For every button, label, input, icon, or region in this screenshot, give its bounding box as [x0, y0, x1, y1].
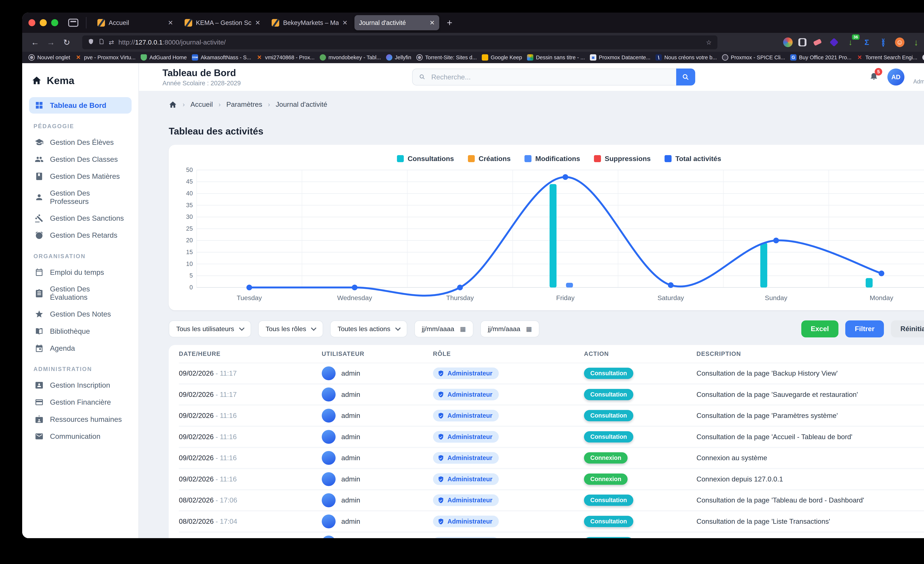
account-globe-icon[interactable]	[783, 37, 793, 47]
downloads-icon[interactable]: ↓36	[845, 37, 856, 48]
close-window-button[interactable]	[28, 19, 36, 26]
bookmark-item[interactable]: Dessin sans titre - ...	[527, 54, 585, 61]
table-row[interactable]: 08/02/2026 - 17:04adminAdministrateurCon…	[179, 512, 924, 533]
sidebar-item-communication[interactable]: Communication	[29, 428, 131, 444]
breadcrumb-item[interactable]: Accueil	[190, 100, 213, 108]
url-bar[interactable]: ⇄ http://127.0.0.1:8000/journal-activite…	[82, 36, 717, 49]
sidebar-item-biblioth-que[interactable]: Bibliothèque	[29, 323, 131, 340]
date-to-input[interactable]: jj/mm/aaaa▦	[480, 320, 539, 337]
role-badge: Administrateur	[433, 473, 499, 485]
arrow-down-icon[interactable]: ↓	[911, 37, 921, 48]
table-row[interactable]: 09/02/2026 - 11:16adminAdministrateurCon…	[179, 448, 924, 469]
notifications-badge: 5	[874, 68, 882, 76]
browser-tab[interactable]: BekeyMarkets – Marketplace E-✕	[267, 15, 352, 30]
new-tab-button[interactable]: +	[443, 17, 456, 28]
maximize-window-button[interactable]	[51, 19, 58, 26]
close-tab-icon[interactable]: ✕	[168, 19, 173, 26]
table-row[interactable]: 09/02/2026 - 11:17adminAdministrateurCon…	[179, 384, 924, 406]
chevrons-icon[interactable]: ∨∨∨	[878, 37, 888, 48]
bookmark-item[interactable]: Jellyfin	[386, 54, 411, 61]
sidebar-item-tableau-de-bord[interactable]: Tableau de Bord	[29, 97, 131, 114]
close-tab-icon[interactable]: ✕	[429, 19, 435, 26]
legend-item[interactable]: Modifications	[525, 155, 580, 163]
sidebar-item-gestion-des-sanctions[interactable]: Gestion Des Sanctions	[29, 210, 131, 226]
bookmark-item[interactable]: ⊕Nouvel onglet	[28, 54, 70, 61]
sidebar-item-gestion-des-classes[interactable]: Gestion Des Classes	[29, 151, 131, 168]
sidebar-item-gestion-financi-re[interactable]: Gestion Financière	[29, 394, 131, 410]
browser-tab[interactable]: KEMA – Gestion Scolaire Compl✕	[180, 15, 265, 30]
bookmark-item[interactable]: Proxmox - SPICE Cli...	[722, 54, 785, 61]
github-icon: ●	[922, 54, 924, 61]
search-button[interactable]	[676, 69, 695, 85]
like-icon[interactable]	[798, 38, 807, 46]
minimize-window-button[interactable]	[40, 19, 47, 26]
forward-icon[interactable]: →	[45, 38, 56, 47]
bookmark-star-icon[interactable]: ☆	[706, 39, 712, 46]
bookmark-item[interactable]: ⊕Torrent-Site: Sites d...	[416, 54, 477, 61]
sidebar-item-gestion-des-valuations[interactable]: Gestion Des Évaluations	[29, 281, 131, 305]
table-row[interactable]: 08/02/2026 - 17:06adminAdministrateurCon…	[179, 490, 924, 512]
sidebar-item-gestion-des-mati-res[interactable]: Gestion Des Matières	[29, 168, 131, 184]
table-row[interactable]: 08/02/2026 - 17:03adminAdministrateurCon…	[179, 533, 924, 538]
app-logo[interactable]: Kema	[29, 71, 131, 96]
firefox-view-icon[interactable]	[68, 19, 78, 27]
users-filter-select[interactable]: Tous les utilisateurs	[169, 320, 251, 337]
shield-icon[interactable]	[88, 38, 94, 46]
cell-datetime: 09/02/2026 - 11:16	[179, 433, 322, 441]
sidebar-item-agenda[interactable]: Agenda	[29, 340, 131, 356]
eraser-icon[interactable]	[812, 37, 823, 48]
diamond-icon[interactable]	[829, 37, 839, 48]
user-meta[interactable]: admin Administrateur	[913, 69, 924, 85]
legend-item[interactable]: Suppressions	[594, 155, 651, 163]
bookmark-item[interactable]: ✕vmi2740868 - Prox...	[256, 54, 315, 61]
table-row[interactable]: 09/02/2026 - 11:16adminAdministrateurCon…	[179, 405, 924, 427]
home-icon[interactable]	[169, 100, 177, 109]
close-tab-icon[interactable]: ✕	[255, 19, 260, 26]
bookmark-item[interactable]: ✕pve - Proxmox Virtu...	[75, 54, 136, 61]
permissions-icon[interactable]: ⇄	[109, 39, 114, 46]
bookmark-item[interactable]: ●kalvincalimag/djang...	[922, 54, 924, 61]
bookmark-item[interactable]: ✕Torrent Search Engi...	[856, 54, 917, 61]
actions-filter-select[interactable]: Toutes les actions	[330, 320, 407, 337]
roles-filter-select[interactable]: Tous les rôles	[258, 320, 323, 337]
filter-button[interactable]: Filtrer	[845, 320, 884, 337]
sidebar-item-gestion-inscription[interactable]: Gestion Inscription	[29, 377, 131, 393]
legend-swatch	[468, 155, 475, 162]
sidebar-item-gestion-des-retards[interactable]: Gestion Des Retards	[29, 227, 131, 244]
bookmark-item[interactable]: mvondobekey - Tabl...	[320, 54, 381, 61]
sidebar-item-gestion-des-notes[interactable]: Gestion Des Notes	[29, 306, 131, 322]
cell-role: Administrateur	[433, 389, 584, 400]
sidebar-item-gestion-des-l-ves[interactable]: Gestion Des Élèves	[29, 134, 131, 151]
bookmark-item[interactable]: GBuy Office 2021 Pro...	[790, 54, 852, 61]
bookmark-item[interactable]: AdGuard Home	[141, 54, 187, 61]
sigma-icon[interactable]: Σ	[861, 37, 872, 48]
breadcrumb-item[interactable]: Paramètres	[226, 100, 262, 108]
sidebar-item-emploi-du-temps[interactable]: Emploi du temps	[29, 264, 131, 281]
bookmark-item[interactable]: DSMAkamasoftNass - S...	[192, 54, 251, 61]
date-from-input[interactable]: jj/mm/aaaa▦	[414, 320, 474, 337]
legend-item[interactable]: Créations	[468, 155, 511, 163]
search-input[interactable]	[430, 72, 670, 82]
breadcrumb-item[interactable]: Journal d'activité	[276, 100, 327, 108]
bookmark-item[interactable]: \Nous créons votre b...	[656, 54, 717, 61]
back-icon[interactable]: ←	[30, 38, 40, 47]
reset-button[interactable]: Réinitialiser	[891, 320, 924, 337]
excel-export-button[interactable]: Excel	[801, 320, 838, 337]
bookmark-item[interactable]: Google Keep	[482, 54, 522, 61]
table-row[interactable]: 09/02/2026 - 11:16adminAdministrateurCon…	[179, 469, 924, 490]
browser-tab[interactable]: Journal d'activité✕	[354, 15, 439, 30]
legend-item[interactable]: Total activités	[664, 155, 721, 163]
table-row[interactable]: 09/02/2026 - 11:16adminAdministrateurCon…	[179, 427, 924, 448]
refresh-icon[interactable]: ↻	[62, 38, 72, 47]
close-tab-icon[interactable]: ✕	[342, 19, 348, 26]
sidebar-item-gestion-des-professeurs[interactable]: Gestion Des Professeurs	[29, 185, 131, 209]
notifications-bell[interactable]: 5	[869, 71, 879, 83]
table-row[interactable]: 09/02/2026 - 11:17adminAdministrateurCon…	[179, 363, 924, 384]
sidebar-item-ressources-humaines[interactable]: Ressources humaines	[29, 411, 131, 428]
smiley-icon[interactable]: ☺	[894, 37, 905, 48]
browser-tab[interactable]: Accueil✕	[93, 15, 178, 30]
bookmark-item[interactable]: ▣Proxmox Datacente...	[590, 54, 650, 61]
page-info-icon[interactable]	[99, 38, 104, 46]
user-avatar[interactable]: AD	[887, 69, 904, 85]
legend-item[interactable]: Consultations	[397, 155, 454, 163]
